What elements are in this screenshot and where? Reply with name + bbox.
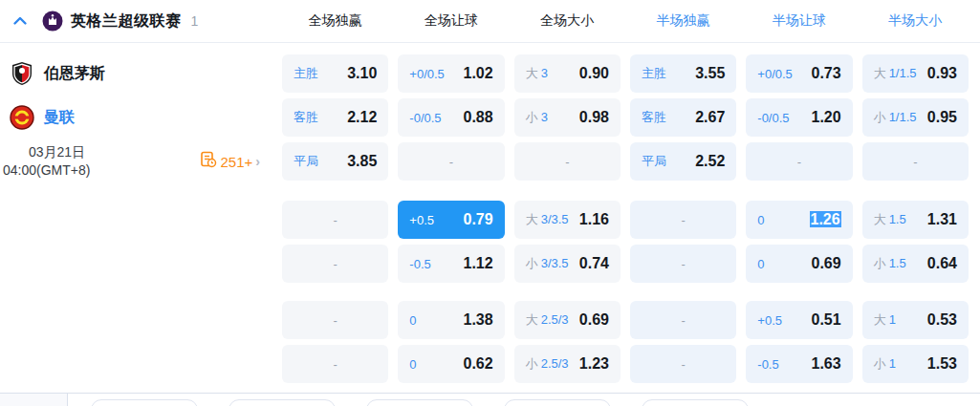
odds-cell-empty: - <box>630 301 736 339</box>
odds-cell[interactable]: 客胜2.12 <box>282 98 388 137</box>
odds-cell-empty: - <box>630 245 736 283</box>
odds-row: --0.51.12小3/3.50.74-00.69小1.50.64 <box>277 245 980 283</box>
odds-cell[interactable]: 01.38 <box>398 301 504 339</box>
odds-cell[interactable]: 平局3.85 <box>282 142 388 181</box>
odds-cell[interactable]: 小1/1.50.95 <box>862 98 969 137</box>
bottom-bar <box>0 393 980 406</box>
away-team-name[interactable]: 曼联 <box>44 108 75 128</box>
odds-grid: 伯恩茅斯 主胜3.10+0/0.51.02大30.90主胜3.55+0/0.50… <box>0 43 980 386</box>
odds-cell[interactable]: 大1/1.50.93 <box>862 54 969 93</box>
match-datetime: 03月21日 04:00(GMT+8) <box>10 143 90 180</box>
market-column-headers: 全场独赢 全场让球 全场大小 半场独赢 半场让球 半场大小 <box>277 12 980 30</box>
odds-cell[interactable]: 01.26 <box>746 201 852 239</box>
home-team-cell: 伯恩茅斯 <box>0 52 277 96</box>
quick-filter-button[interactable] <box>642 399 749 406</box>
col-header-ht-1x2: 半场独赢 <box>630 12 736 30</box>
home-team[interactable]: 伯恩茅斯 <box>10 61 105 86</box>
odds-cell[interactable]: 大30.90 <box>514 54 621 93</box>
row-away-team: 曼联 客胜2.12-0/0.50.88小30.98客胜2.67-0/0.51.2… <box>0 96 980 139</box>
odds-row: -01.38大2.5/30.69-+0.50.51大10.53 <box>277 301 980 339</box>
premier-league-logo <box>42 11 63 32</box>
league-cell: 英格兰超级联赛 1 <box>0 11 277 32</box>
odds-cell[interactable]: 00.69 <box>746 245 852 283</box>
odds-row: 客胜2.12-0/0.50.88小30.98客胜2.67-0/0.51.20小1… <box>277 98 980 137</box>
odds-cell-empty: - <box>398 142 504 181</box>
promo-doc-clock-icon <box>200 151 217 172</box>
odds-cell[interactable]: -0/0.50.88 <box>398 98 504 137</box>
odds-cell[interactable]: 大3/3.51.16 <box>514 201 621 239</box>
odds-cell[interactable]: 小2.5/31.23 <box>514 345 621 383</box>
odds-cell[interactable]: 主胜3.55 <box>630 54 736 93</box>
row-handicap-3: -01.38大2.5/30.69-+0.50.51大10.53 <box>0 298 980 342</box>
bournemouth-crest-icon <box>10 61 34 86</box>
man-utd-crest-icon <box>10 105 34 130</box>
odds-cell-empty: - <box>282 345 388 383</box>
odds-cell[interactable]: -0/0.51.20 <box>746 98 852 137</box>
col-header-ht-overunder: 半场大小 <box>862 12 969 30</box>
more-markets-count[interactable]: 251+ <box>221 154 253 170</box>
odds-cell[interactable]: -0.51.63 <box>746 345 852 383</box>
odds-cell[interactable]: 小11.53 <box>862 345 969 383</box>
row-handicap-2b: --0.51.12小3/3.50.74-00.69小1.50.64 <box>0 242 980 286</box>
odds-cell-empty: - <box>862 142 969 181</box>
row-handicap-3b: -00.62小2.5/31.23--0.51.63小11.53 <box>0 342 980 386</box>
empty-left-cell <box>0 198 277 242</box>
quick-filter-button[interactable] <box>91 399 198 406</box>
odds-row: 主胜3.10+0/0.51.02大30.90主胜3.55+0/0.50.73大1… <box>277 54 980 93</box>
empty-left-cell <box>0 242 277 286</box>
odds-cell[interactable]: +0/0.51.02 <box>398 54 504 93</box>
odds-cell[interactable]: +0.50.51 <box>746 301 852 339</box>
row-draw: 03月21日 04:00(GMT+8) 251+ › <box>0 139 980 183</box>
league-header: 英格兰超级联赛 1 全场独赢 全场让球 全场大小 半场独赢 半场让球 半场大小 <box>0 0 980 43</box>
away-team-cell: 曼联 <box>0 96 277 139</box>
empty-left-cell <box>0 342 277 386</box>
odds-cell[interactable]: 客胜2.67 <box>630 98 736 137</box>
col-header-ft-handicap: 全场让球 <box>398 12 504 30</box>
col-header-ft-1x2: 全场独赢 <box>282 12 388 30</box>
odds-cell[interactable]: 大1.51.31 <box>862 201 969 239</box>
odds-cell[interactable]: 大10.53 <box>862 301 969 339</box>
match-date: 03月21日 <box>29 143 90 161</box>
odds-cell-empty: - <box>282 301 388 339</box>
collapse-chevron-up-icon[interactable] <box>11 12 29 30</box>
odds-cell[interactable]: 平局2.52 <box>630 142 736 181</box>
quick-filter-button[interactable] <box>229 399 336 406</box>
odds-cell[interactable]: 小30.98 <box>514 98 621 137</box>
col-header-ht-handicap: 半场让球 <box>746 12 852 30</box>
away-team[interactable]: 曼联 <box>10 105 75 130</box>
odds-row: -+0.50.79大3/3.51.16-01.26大1.51.31 <box>277 201 980 239</box>
match-info-cell: 03月21日 04:00(GMT+8) 251+ › <box>0 139 277 183</box>
odds-board: 英格兰超级联赛 1 全场独赢 全场让球 全场大小 半场独赢 半场让球 半场大小 <box>0 0 980 406</box>
odds-cell[interactable]: 小1.50.64 <box>862 245 969 283</box>
odds-cell-empty: - <box>514 142 621 181</box>
quick-filter-button[interactable] <box>366 399 473 406</box>
match-time: 04:00(GMT+8) <box>3 161 90 180</box>
odds-cell-empty: - <box>282 245 388 283</box>
row-handicap-2: -+0.50.79大3/3.51.16-01.26大1.51.31 <box>0 198 980 242</box>
odds-cell[interactable]: -0.51.12 <box>398 245 504 283</box>
odds-cell-empty: - <box>746 142 852 181</box>
odds-cell[interactable]: +0.50.79 <box>398 201 504 239</box>
empty-left-cell <box>0 298 277 342</box>
odds-cell[interactable]: 主胜3.10 <box>282 54 388 93</box>
home-team-name[interactable]: 伯恩茅斯 <box>44 64 105 84</box>
league-match-count: 1 <box>191 13 199 29</box>
odds-row: -00.62小2.5/31.23--0.51.63小11.53 <box>277 345 980 383</box>
odds-cell[interactable]: 小3/3.50.74 <box>514 245 621 283</box>
more-markets-link[interactable]: 251+ › <box>200 151 260 172</box>
odds-cell-empty: - <box>282 201 388 239</box>
odds-cell-empty: - <box>630 345 736 383</box>
chevron-right-icon: › <box>255 154 260 169</box>
quick-filter-row <box>68 394 749 406</box>
col-header-ft-overunder: 全场大小 <box>514 12 621 30</box>
quick-filter-button[interactable] <box>504 399 611 406</box>
odds-cell[interactable]: 00.62 <box>398 345 504 383</box>
odds-row: 平局3.85--平局2.52-- <box>277 142 980 181</box>
odds-cell[interactable]: +0/0.50.73 <box>746 54 852 93</box>
odds-cell[interactable]: 大2.5/30.69 <box>514 301 621 339</box>
bottom-corner-block <box>0 394 68 406</box>
row-home-team: 伯恩茅斯 主胜3.10+0/0.51.02大30.90主胜3.55+0/0.50… <box>0 52 980 96</box>
league-title: 英格兰超级联赛 <box>71 11 182 32</box>
odds-cell-empty: - <box>630 201 736 239</box>
